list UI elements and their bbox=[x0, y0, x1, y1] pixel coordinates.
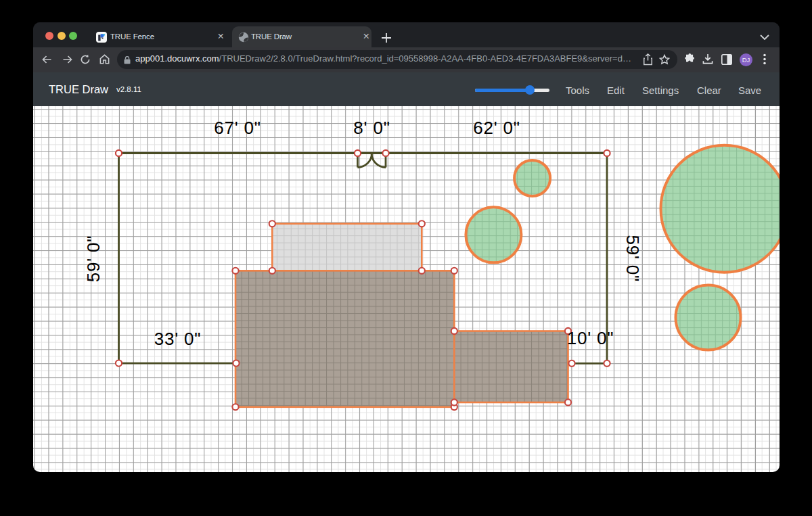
svg-text:67' 0": 67' 0" bbox=[214, 117, 261, 137]
svg-text:8' 0": 8' 0" bbox=[353, 118, 390, 138]
svg-text:10' 0": 10' 0" bbox=[567, 327, 614, 348]
svg-text:62' 0": 62' 0" bbox=[473, 117, 520, 137]
svg-text:59' 0": 59' 0" bbox=[623, 235, 643, 282]
svg-text:59' 0": 59' 0" bbox=[83, 235, 104, 282]
svg-text:33' 0": 33' 0" bbox=[154, 328, 202, 348]
